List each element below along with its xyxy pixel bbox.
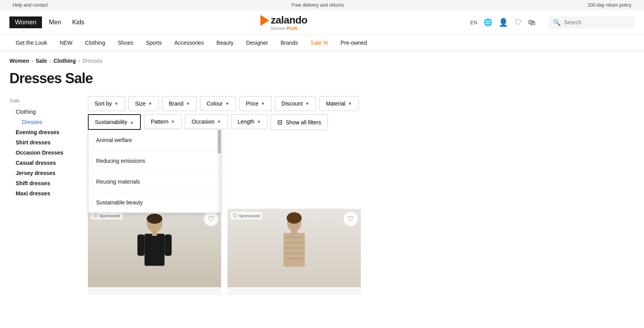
- dropdown-scrollbar-track[interactable]: [218, 130, 221, 213]
- product-image-2: [227, 209, 361, 287]
- category-preowned[interactable]: Pre-owned: [334, 35, 373, 51]
- svg-rect-4: [137, 234, 144, 256]
- filter-sliders-icon: ⊟: [277, 118, 282, 126]
- wishlist-button-1[interactable]: ♡: [204, 212, 218, 226]
- language-selector[interactable]: EN: [470, 20, 477, 26]
- sidebar-item-evening-dresses[interactable]: Evening dresses: [9, 127, 78, 137]
- filter-sustainability[interactable]: Sustainability ▲: [88, 114, 141, 130]
- breadcrumb-sep-3: ›: [78, 58, 80, 64]
- category-accessories[interactable]: Accessories: [168, 35, 210, 51]
- filter-pattern[interactable]: Pattern ▼: [144, 114, 182, 129]
- show-all-filters-button[interactable]: ⊟ Show all filters: [271, 114, 327, 130]
- category-new[interactable]: NEW: [53, 35, 79, 51]
- colour-chevron-icon: ▼: [225, 101, 229, 106]
- sidebar-item-dresses[interactable]: Dresses: [9, 117, 78, 127]
- category-get-the-look[interactable]: Get the Look: [9, 35, 53, 51]
- svg-rect-8: [284, 233, 305, 267]
- category-sports[interactable]: Sports: [140, 35, 168, 51]
- filter-price[interactable]: Price ▼: [239, 96, 272, 111]
- category-brands[interactable]: Brands: [274, 35, 304, 51]
- filter-material[interactable]: Material ▼: [319, 96, 359, 111]
- breadcrumb-women[interactable]: Women: [9, 58, 29, 64]
- dropdown-scrollbar-thumb[interactable]: [218, 130, 221, 153]
- dropdown-item-animal-welfare[interactable]: Animal welfare: [88, 130, 221, 151]
- delivery-info: Free delivery and returns: [291, 2, 344, 8]
- filter-occasion[interactable]: Occasion ▼: [185, 114, 227, 129]
- category-shoes[interactable]: Shoes: [111, 35, 140, 51]
- globe-icon[interactable]: 🌐: [484, 18, 492, 27]
- wishlist-icon[interactable]: ♡: [515, 18, 522, 27]
- sidebar-item-shift-dresses[interactable]: Shift dresses: [9, 178, 78, 188]
- product-image-svg-2: [227, 209, 361, 287]
- sidebar: Sale Clothing Dresses Evening dresses Sh…: [9, 96, 88, 295]
- category-nav: Get the Look NEW Clothing Shoes Sports A…: [0, 35, 644, 51]
- gender-nav-kids[interactable]: Kids: [68, 16, 88, 28]
- sidebar-item-maxi-dresses[interactable]: Maxi dresses: [9, 188, 78, 199]
- svg-rect-14: [291, 230, 297, 235]
- pattern-chevron-icon: ▼: [171, 119, 175, 124]
- user-icon[interactable]: 👤: [498, 18, 508, 27]
- breadcrumb-sale[interactable]: Sale: [36, 58, 47, 64]
- category-clothing[interactable]: Clothing: [79, 35, 111, 51]
- search-input[interactable]: [564, 19, 630, 26]
- sort-by-chevron-icon: ▼: [114, 101, 118, 106]
- return-policy: 100-day return policy: [588, 2, 631, 8]
- price-chevron-icon: ▼: [261, 101, 265, 106]
- sidebar-sale-label: Sale: [9, 98, 78, 104]
- filter-colour[interactable]: Colour ▼: [200, 96, 236, 111]
- bag-icon[interactable]: 🛍: [528, 18, 536, 27]
- sponsored-badge-2: ⓘ Sponsored: [231, 212, 262, 219]
- logo[interactable]: zalando Discover PLUS: [260, 14, 307, 31]
- sidebar-item-casual-dresses[interactable]: Casual dresses: [9, 158, 78, 168]
- filter-brand[interactable]: Brand ▼: [162, 96, 196, 111]
- dropdown-item-sustainable-beauty[interactable]: Sustainable beauty: [88, 192, 221, 213]
- filter-bar-row1: Sort by ▼ Size ▼ Brand ▼ Colour ▼ Price …: [88, 96, 635, 111]
- product-image-1: [88, 209, 221, 287]
- help-contact[interactable]: Help and contact: [13, 2, 48, 8]
- info-icon-2: ⓘ: [233, 213, 237, 219]
- sidebar-item-jersey-dresses[interactable]: Jersey dresses: [9, 168, 78, 178]
- gender-nav-men[interactable]: Men: [45, 16, 65, 28]
- search-box[interactable]: 🔍: [548, 16, 635, 29]
- breadcrumb-sep-2: ›: [49, 58, 51, 64]
- sidebar-item-clothing-section[interactable]: Clothing: [9, 107, 78, 117]
- logo-tagline: Discover PLUS: [271, 26, 297, 31]
- page-title: Dresses Sale: [0, 67, 644, 96]
- filter-size[interactable]: Size ▼: [128, 96, 159, 111]
- dropdown-item-reusing-materials[interactable]: Reusing materials: [88, 171, 221, 192]
- category-sale[interactable]: Sale %: [304, 35, 334, 51]
- category-designer[interactable]: Designer: [240, 35, 274, 51]
- content-area: Sale Clothing Dresses Evening dresses Sh…: [0, 96, 644, 295]
- gender-nav: Women Men Kids: [9, 16, 88, 28]
- breadcrumb-current: Dresses: [82, 58, 102, 64]
- main-area: Sort by ▼ Size ▼ Brand ▼ Colour ▼ Price …: [88, 96, 635, 295]
- discount-chevron-icon: ▼: [305, 101, 309, 106]
- main-header: Women Men Kids zalando Discover PLUS EN …: [0, 10, 644, 35]
- dropdown-item-reducing-emissions[interactable]: Reducing emissions: [88, 151, 221, 171]
- breadcrumb: Women › Sale › Clothing › Dresses: [0, 51, 644, 67]
- breadcrumb-clothing[interactable]: Clothing: [53, 58, 76, 64]
- filter-sort-by[interactable]: Sort by ▼: [88, 96, 125, 111]
- sustainability-dropdown-menu: Animal welfare Reducing emissions Reusin…: [88, 130, 221, 213]
- gender-nav-women[interactable]: Women: [9, 16, 42, 28]
- search-icon: 🔍: [553, 19, 561, 26]
- sidebar-item-shirt-dresses[interactable]: Shirt dresses: [9, 137, 78, 148]
- material-chevron-icon: ▼: [348, 101, 352, 106]
- header-icons: EN 🌐 👤 ♡ 🛍 🔍: [470, 16, 635, 29]
- svg-point-1: [147, 214, 162, 224]
- product-image-svg-1: [88, 209, 221, 287]
- logo-text: zalando: [271, 14, 307, 26]
- sidebar-item-occasion-dresses[interactable]: Occasion Dresses: [9, 148, 78, 158]
- brand-chevron-icon: ▼: [186, 101, 190, 106]
- filter-bar-row2-container: Sustainability ▲ Animal welfare Reducing…: [88, 114, 635, 130]
- filter-length[interactable]: Length ▼: [231, 114, 268, 129]
- svg-rect-3: [152, 231, 157, 236]
- sustainability-chevron-icon: ▲: [130, 120, 134, 124]
- occasion-chevron-icon: ▼: [217, 119, 221, 124]
- logo-triangle-icon: [260, 15, 269, 26]
- logo-area: zalando Discover PLUS: [98, 14, 470, 31]
- category-beauty[interactable]: Beauty: [210, 35, 240, 51]
- filter-discount[interactable]: Discount ▼: [275, 96, 316, 111]
- wishlist-button-2[interactable]: ♡: [344, 212, 358, 226]
- sustainability-dropdown-container: Sustainability ▲ Animal welfare Reducing…: [88, 114, 141, 130]
